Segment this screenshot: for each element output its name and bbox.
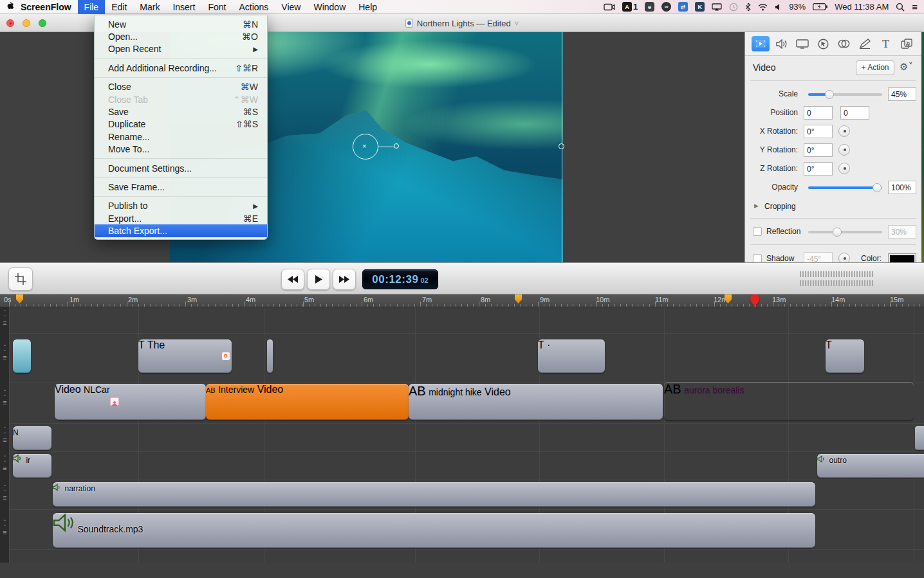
menu-file[interactable]: File [78, 0, 106, 14]
y-rotation-dial[interactable] [838, 144, 850, 156]
spotlight-icon[interactable] [896, 3, 905, 12]
opacity-value[interactable]: 100% [888, 181, 916, 194]
text-clip-small[interactable] [13, 339, 31, 373]
media-clip-right-partial[interactable] [915, 426, 924, 450]
crop-button[interactable] [8, 267, 33, 291]
timeline-marker[interactable] [515, 294, 522, 303]
menu-item-add-additional-recording[interactable]: Add Additional Recording...⇧⌘R [95, 62, 267, 74]
audio-clip-narration[interactable]: narration [53, 482, 815, 507]
video-clip-interview[interactable]: AB Interview Video [206, 384, 409, 420]
text-clip-3[interactable]: T [826, 339, 864, 373]
text-clip-the[interactable]: T The B [138, 339, 232, 373]
timeline-marker[interactable] [16, 294, 23, 303]
gear-menu[interactable]: ⚙˅ [900, 61, 913, 73]
menu-item-move-to[interactable]: Move To... [95, 143, 267, 156]
position-y-field[interactable]: 0 [840, 106, 869, 120]
tab-touch-callout[interactable] [835, 36, 853, 51]
menu-item-new[interactable]: New⌘N [95, 18, 267, 30]
callout-anchor-handle[interactable] [394, 143, 399, 149]
menu-item-publish-to[interactable]: Publish to▶ [95, 200, 267, 212]
menu-item-save-frame[interactable]: Save Frame... [95, 181, 267, 193]
menu-window[interactable]: Window [307, 0, 352, 14]
menu-item-close[interactable]: Close⌘W [95, 81, 267, 93]
tab-text[interactable]: T [877, 36, 895, 51]
z-rotation-dial[interactable] [838, 163, 850, 174]
wifi-icon[interactable] [758, 3, 768, 11]
screen-recording-icon[interactable] [604, 3, 615, 11]
menu-item-save[interactable]: Save⌘S [95, 105, 267, 118]
track-controls[interactable]: ˆˇ≡ [0, 455, 10, 471]
text-clip-sliver[interactable] [267, 339, 273, 373]
cropping-row[interactable]: ▶ Cropping [745, 200, 921, 214]
track-controls[interactable]: ˆˇ≡ [0, 427, 10, 443]
menu-actions[interactable]: Actions [232, 0, 275, 14]
k-app-icon[interactable]: K [695, 2, 705, 12]
opacity-slider[interactable] [808, 186, 882, 189]
volume-icon[interactable] [775, 3, 782, 11]
menu-edit[interactable]: Edit [105, 0, 133, 14]
menu-item-document-settings[interactable]: Document Settings... [95, 162, 267, 174]
video-clip-midnight-hike[interactable]: AB midnight hike Video [409, 384, 663, 420]
playhead-handle[interactable] [750, 293, 759, 305]
media-clip-left[interactable]: N [13, 426, 51, 450]
bluetooth-icon[interactable] [745, 3, 751, 12]
audio-clip-outro[interactable]: outro [817, 454, 924, 478]
tab-screen-recording[interactable] [793, 36, 811, 51]
menubar-clock[interactable]: Wed 11:38 AM [835, 2, 889, 12]
track-controls[interactable]: ˆˇ≡ [0, 345, 10, 361]
track-controls[interactable]: ˆˇ≡ [0, 485, 10, 501]
cropping-label[interactable]: Cropping [764, 202, 796, 211]
shadow-angle-field[interactable]: -45° [804, 252, 833, 262]
menu-item-rename[interactable]: Rename... [95, 131, 267, 143]
y-rotation-field[interactable]: 0° [804, 143, 833, 157]
fast-forward-button[interactable] [333, 269, 356, 290]
tab-callout[interactable] [814, 36, 832, 51]
shadow-color-swatch[interactable] [888, 253, 916, 262]
reflection-slider[interactable] [808, 231, 882, 233]
scale-value[interactable]: 45% [888, 87, 916, 101]
window-title[interactable]: Northern Lights — Edited [417, 19, 511, 28]
title-chevron-icon[interactable]: ˅ [515, 19, 519, 27]
tab-video[interactable] [752, 36, 770, 51]
tab-media-library[interactable] [898, 36, 916, 51]
x-rotation-dial[interactable] [838, 125, 850, 137]
menu-help[interactable]: Help [352, 0, 383, 14]
menu-item-open-recent[interactable]: Open Recent▶ [95, 43, 267, 55]
video-action-badge[interactable]: Video [485, 386, 511, 397]
reflection-value[interactable]: 30% [888, 225, 916, 239]
add-action-button[interactable]: + Action [856, 60, 894, 75]
scale-slider[interactable] [808, 93, 882, 96]
evernote-icon[interactable]: e [645, 2, 654, 12]
video-clip-aurora-borealis-selected[interactable]: AB aurora borealis [664, 382, 914, 420]
track-controls[interactable]: ˆˇ≡ [0, 310, 10, 326]
tab-annotations[interactable] [856, 36, 874, 51]
track-controls[interactable]: ˆˇ≡ [0, 519, 10, 536]
audio-clip-intro[interactable]: ir [13, 454, 51, 478]
video-action-badge[interactable]: Video [257, 384, 284, 395]
rewind-button[interactable] [281, 269, 304, 290]
x-rotation-field[interactable]: 0° [804, 125, 833, 138]
menu-font[interactable]: Font [201, 0, 232, 14]
menu-item-export[interactable]: Export...⌘E [95, 212, 267, 224]
video-clip-nlcar[interactable]: Video NLCar [55, 384, 206, 420]
apple-menu-icon[interactable] [0, 1, 19, 13]
audio-clip-soundtrack[interactable]: Soundtrack.mp3 [53, 513, 815, 548]
video-action-badge[interactable]: Video [55, 384, 81, 395]
menu-insert[interactable]: Insert [166, 0, 201, 14]
timeline[interactable]: ˆˇ≡ ˆˇ≡ ˆˇ≡ ˆˇ≡ ˆˇ≡ ˆˇ≡ ˆˇ≡ T The B T · … [0, 307, 924, 563]
track-controls[interactable]: ˆˇ≡ [0, 390, 10, 406]
position-x-field[interactable]: 0 [804, 106, 833, 120]
input-source-icon[interactable]: A1 [622, 2, 638, 12]
creative-cloud-icon[interactable]: ∞ [661, 2, 671, 12]
menu-mark[interactable]: Mark [133, 0, 166, 14]
text-clip-2[interactable]: T · [538, 339, 605, 373]
tab-audio[interactable] [772, 36, 790, 51]
reflection-checkbox[interactable] [753, 227, 762, 236]
disclosure-triangle-icon[interactable]: ▶ [754, 203, 759, 209]
menu-view[interactable]: View [275, 0, 307, 14]
menu-item-duplicate[interactable]: Duplicate⇧⌘S [95, 118, 267, 131]
z-rotation-field[interactable]: 0° [804, 162, 833, 176]
teamviewer-icon[interactable]: ⇄ [678, 2, 688, 12]
airplay-icon[interactable] [712, 3, 722, 11]
shadow-angle-dial[interactable] [838, 253, 850, 262]
